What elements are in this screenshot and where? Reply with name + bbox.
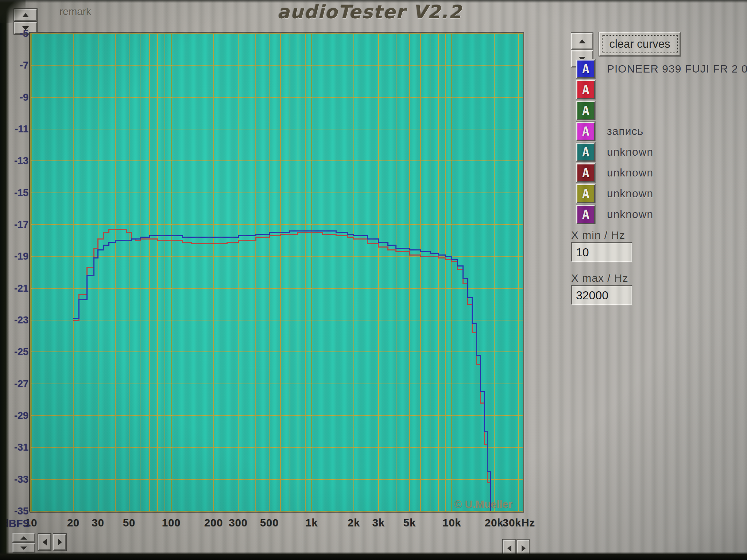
x-tick-label: 30kHz [503,517,535,529]
x-tick-label: 50 [123,517,135,529]
x-tick-label: 3k [372,517,385,529]
x-tick-label: 5k [403,517,416,529]
up-arrow-icon [579,39,585,43]
legend-entry-label: запись [607,125,643,137]
plot-canvas: © U.Mueller [31,34,523,511]
curve-letter-icon: A [582,125,589,137]
legend-entry-label: unknown [607,187,653,200]
right-arrow-icon [522,545,526,552]
frequency-response-chart [31,34,523,511]
curve-letter-icon: A [582,105,589,117]
x-tick-label: 20 [67,517,80,529]
monitor-bezel-left [0,0,9,560]
clear-curves-label: clear curves [609,38,670,51]
x-tick-label: 200 [204,517,223,529]
x-min-input[interactable] [571,242,632,262]
legend-entry: Aзапись [576,121,643,141]
legend-color-button[interactable]: A [576,184,595,203]
legend-entry: Aunknown [576,184,653,203]
legend-color-button[interactable]: A [576,143,595,162]
legend-entry: A [576,80,607,100]
monitor-bezel-bottom [0,552,747,560]
curve-letter-icon: A [582,63,589,75]
curve-letter-icon: A [582,146,589,158]
remark-label: remark [59,6,91,18]
monitor-bezel-top [0,0,747,3]
scroll-left-button[interactable] [38,534,51,551]
legend-color-button[interactable]: A [576,205,595,224]
legend-entry-label: unknown [607,146,653,158]
legend-entry: Aunknown [576,142,653,162]
curve-letter-icon: A [582,84,589,96]
legend-entry-label: unknown [607,208,653,221]
x-max-label: X max / Hz [571,272,628,284]
legend-color-button[interactable]: A [576,122,595,141]
legend-entry: A [576,101,607,120]
clear-curves-button[interactable]: clear curves [599,32,681,56]
page-title: audioTester V2.2 [277,1,462,23]
legend-entry-label: PIONEER 939 FUJI FR 2 0db [607,63,747,75]
x-tick-label: 2k [348,517,360,529]
legend-entry: Aunknown [576,205,653,224]
curve-red [73,229,494,511]
right-arrow-icon [58,539,62,545]
monitor-photo: remark audioTester V2.2 © U.Mueller -5-7… [0,0,747,560]
left-arrow-icon [507,545,511,552]
up-arrow-icon [20,536,27,540]
x-tick-label: 10k [442,517,461,529]
scale-spin-up-button[interactable] [12,533,35,542]
curve-letter-icon: A [582,167,589,179]
x-min-label: X min / Hz [571,229,625,241]
x-tick-label: 30 [92,517,104,529]
curve-blue [73,231,494,512]
curve-letter-icon: A [582,209,589,221]
legend-entry-label: unknown [607,167,653,179]
legend-color-button[interactable]: A [576,80,595,99]
legend-entry: Aunknown [576,163,653,183]
x-tick-label: 100 [162,517,181,529]
curve-letter-icon: A [582,188,589,200]
legend-spin-up-button[interactable] [571,33,593,50]
legend-color-button[interactable]: A [576,101,595,120]
x-tick-label: 300 [229,517,247,529]
app-window: remark audioTester V2.2 © U.Mueller -5-7… [0,0,747,560]
x-max-input[interactable] [571,285,632,305]
down-arrow-icon [20,547,27,550]
x-tick-label: 500 [260,517,279,529]
x-tick-label: 20k [485,517,503,529]
legend-entry: APIONEER 939 FUJI FR 2 0db [576,59,747,79]
left-arrow-icon [43,539,47,545]
scale-spin-down-button[interactable] [12,543,35,553]
x-tick-label: 1k [305,517,318,529]
copyright-watermark: © U.Mueller [454,498,512,510]
scroll-right-button[interactable] [53,534,66,551]
legend-color-button[interactable]: A [576,59,595,78]
legend-color-button[interactable]: A [576,163,595,182]
